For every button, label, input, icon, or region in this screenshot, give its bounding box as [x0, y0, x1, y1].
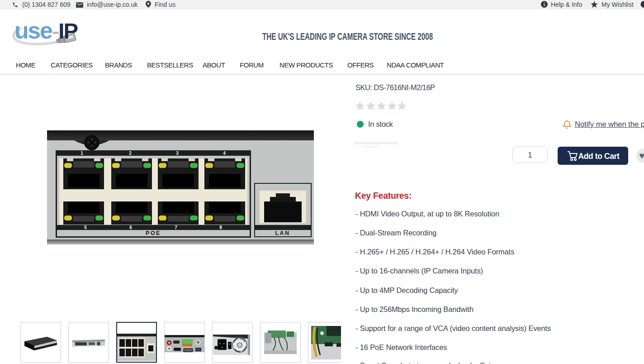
svg-text:use: use	[14, 18, 52, 43]
svg-text:2: 2	[129, 151, 132, 156]
svg-text:6: 6	[129, 225, 132, 230]
svg-text:8: 8	[219, 225, 222, 230]
svg-text:POE: POE	[146, 230, 161, 236]
svg-text:5: 5	[84, 225, 87, 230]
svg-text:3: 3	[176, 151, 179, 156]
svg-text:IP: IP	[58, 19, 78, 43]
svg-text:4: 4	[223, 151, 226, 156]
svg-text:7: 7	[175, 225, 177, 230]
svg-text:LAN: LAN	[275, 230, 290, 236]
svg-text:1: 1	[80, 151, 83, 156]
